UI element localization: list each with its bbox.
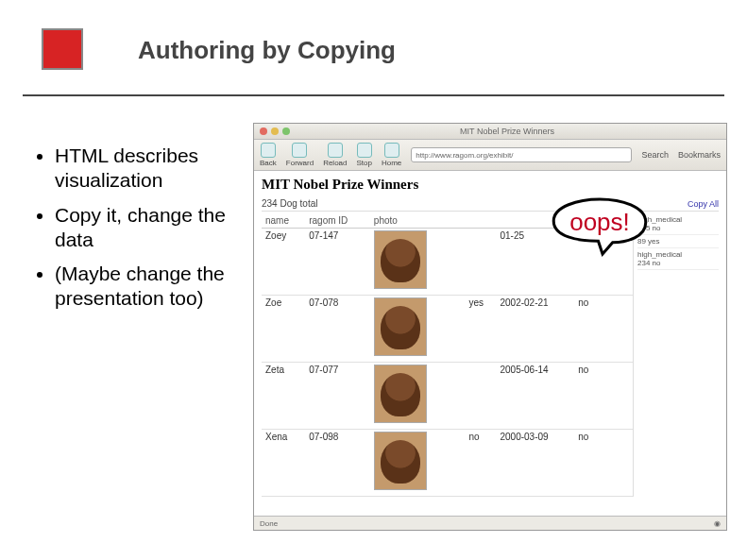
page-heading: MIT Nobel Prize Winners: [262, 177, 719, 193]
bullet-item: Copy it, change the data: [55, 203, 232, 253]
col-photo[interactable]: photo: [370, 213, 455, 229]
window-titlebar: MIT Nobel Prize Winners: [254, 124, 726, 140]
col-ragom-id[interactable]: ragom ID: [305, 213, 370, 229]
result-count: 234 Dog total: [262, 198, 318, 209]
status-text: Done: [260, 519, 278, 528]
stop-icon: [357, 143, 372, 158]
reload-icon: [328, 143, 343, 158]
back-icon: [261, 143, 276, 158]
forward-icon: [292, 143, 307, 158]
slide-title: Authoring by Copying: [138, 36, 396, 65]
slide-rule: [23, 94, 724, 96]
bullet-item: HTML describes visualization: [55, 144, 232, 194]
bookmarks-label[interactable]: Bookmarks: [678, 150, 721, 160]
browser-statusbar: Done ◉: [254, 516, 726, 530]
reload-button[interactable]: Reload: [323, 143, 347, 167]
zoom-icon[interactable]: [282, 127, 290, 135]
minimize-icon[interactable]: [271, 127, 279, 135]
page-content: MIT Nobel Prize Winners 234 Dog total Co…: [254, 171, 726, 530]
slide-bullets: HTML describes visualization Copy it, ch…: [34, 144, 232, 321]
oops-callout: oops!: [548, 196, 652, 257]
col-4[interactable]: [454, 213, 465, 229]
col-5[interactable]: [466, 213, 497, 229]
slide-accent-square: [42, 28, 83, 70]
status-icon: ◉: [714, 519, 721, 528]
dog-photo: [374, 365, 427, 423]
dog-photo: [374, 297, 427, 356]
bullet-item: (Maybe change the presentation too): [55, 262, 232, 312]
dog-photo: [374, 432, 427, 490]
close-icon[interactable]: [260, 127, 267, 135]
browser-toolbar: Back Forward Reload Stop Home http://www…: [254, 140, 726, 171]
table-row: Zoe 07-078 yes 2002-02-21 no: [262, 296, 633, 363]
table-row: Xena 07-098 no 2000-03-09 no: [262, 430, 633, 497]
embedded-browser-screenshot: MIT Nobel Prize Winners Back Forward Rel…: [253, 123, 727, 531]
search-label[interactable]: Search: [641, 150, 669, 160]
home-icon: [384, 143, 399, 158]
oops-text: oops!: [548, 196, 652, 257]
stop-button[interactable]: Stop: [357, 143, 372, 167]
window-title: MIT Nobel Prize Winners: [294, 127, 721, 136]
table-row: Zeta 07-077 2005-06-14 no: [262, 363, 633, 430]
dog-photo: [374, 230, 427, 289]
url-field[interactable]: http://www.ragom.org/exhibit/: [411, 147, 632, 162]
back-button[interactable]: Back: [260, 143, 277, 167]
home-button[interactable]: Home: [382, 143, 401, 167]
col-name[interactable]: name: [262, 213, 305, 229]
copy-all-link[interactable]: Copy All: [688, 199, 719, 209]
forward-button[interactable]: Forward: [286, 143, 314, 167]
